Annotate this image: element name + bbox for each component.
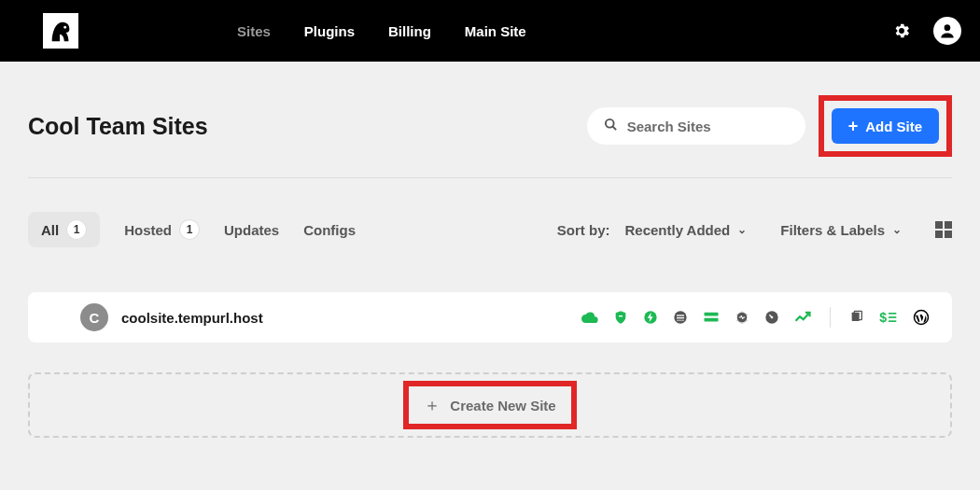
create-new-site-button[interactable]: ＋ Create New Site	[424, 394, 555, 416]
topbar: Sites Plugins Billing Main Site	[0, 0, 980, 62]
filters-dropdown[interactable]: Filters & Labels ⌄	[780, 222, 902, 238]
create-new-site-row[interactable]: ＋ Create New Site	[28, 372, 952, 438]
site-name[interactable]: coolsite.tempurl.host	[121, 310, 263, 326]
plus-icon: +	[848, 118, 859, 134]
stack-icon[interactable]	[673, 310, 688, 325]
main-nav: Sites Plugins Billing Main Site	[237, 23, 526, 39]
topbar-right	[892, 17, 961, 45]
tab-all-count: 1	[66, 219, 87, 240]
nav-main-site[interactable]: Main Site	[465, 23, 526, 39]
sort-dropdown-value: Recently Added	[624, 222, 730, 238]
svg-rect-17	[889, 313, 896, 315]
sort-by-label: Sort by:	[557, 222, 610, 238]
svg-rect-4	[619, 315, 623, 316]
header-row: Cool Team Sites + Add Site	[28, 95, 952, 157]
tab-all[interactable]: All 1	[28, 212, 100, 247]
server-icon[interactable]	[703, 311, 720, 324]
nav-plugins[interactable]: Plugins	[304, 23, 355, 39]
shield-icon[interactable]	[613, 310, 628, 325]
separator	[830, 307, 831, 328]
chevron-down-icon: ⌄	[892, 223, 902, 236]
add-site-label: Add Site	[865, 119, 922, 134]
svg-point-2	[606, 119, 614, 127]
svg-rect-19	[889, 320, 896, 322]
nav-billing[interactable]: Billing	[388, 23, 431, 39]
svg-point-1	[945, 24, 951, 31]
svg-rect-7	[677, 315, 684, 315]
svg-rect-11	[705, 318, 719, 322]
tab-updates-label: Updates	[224, 222, 279, 238]
tab-configs[interactable]: Configs	[303, 222, 356, 238]
site-icon-strip: $	[581, 307, 930, 328]
svg-rect-8	[677, 317, 684, 318]
sort-group: Sort by: Recently Added ⌄ Filters & Labe…	[557, 221, 952, 238]
search-input[interactable]	[627, 119, 789, 134]
bolt-icon[interactable]	[643, 310, 658, 325]
settings-icon[interactable]	[892, 21, 911, 40]
search-icon	[604, 118, 618, 135]
user-avatar-icon[interactable]	[933, 17, 961, 45]
cloud-icon[interactable]	[581, 311, 598, 324]
gauge-icon[interactable]	[764, 310, 779, 325]
tab-hosted-label: Hosted	[124, 222, 172, 238]
filters-row: All 1 Hosted 1 Updates Configs Sort by: …	[28, 212, 952, 247]
svg-point-0	[63, 26, 66, 29]
clone-icon[interactable]	[849, 310, 864, 325]
view-toggle-grid-icon[interactable]	[935, 221, 952, 238]
add-site-highlight: + Add Site	[819, 95, 952, 157]
tab-group: All 1 Hosted 1 Updates Configs	[28, 212, 356, 247]
filters-dropdown-value: Filters & Labels	[780, 222, 885, 238]
analytics-icon[interactable]	[794, 311, 811, 324]
dollar-icon: $	[879, 310, 887, 325]
svg-rect-18	[889, 316, 896, 318]
add-site-button[interactable]: + Add Site	[832, 108, 939, 144]
health-icon[interactable]	[735, 310, 749, 325]
svg-point-14	[771, 316, 774, 319]
wordpress-icon[interactable]	[913, 309, 930, 326]
brand-logo[interactable]	[43, 13, 78, 49]
create-new-label: Create New Site	[450, 398, 555, 413]
header-right: + Add Site	[587, 95, 952, 157]
pricing-icon[interactable]: $	[879, 310, 898, 325]
search-box[interactable]	[587, 107, 805, 145]
sort-dropdown[interactable]: Recently Added ⌄	[624, 222, 747, 238]
nav-sites[interactable]: Sites	[237, 23, 271, 39]
svg-line-3	[612, 126, 616, 130]
tab-all-label: All	[41, 222, 59, 238]
site-avatar: C	[80, 303, 108, 331]
svg-rect-9	[677, 320, 684, 321]
tab-hosted[interactable]: Hosted 1	[124, 219, 200, 240]
main-content: Cool Team Sites + Add Site All 1	[0, 62, 980, 438]
site-row[interactable]: C coolsite.tempurl.host $	[28, 292, 952, 343]
tab-hosted-count: 1	[179, 219, 200, 240]
svg-rect-10	[705, 313, 719, 316]
page-title: Cool Team Sites	[28, 113, 208, 140]
tab-configs-label: Configs	[303, 222, 356, 238]
divider	[28, 177, 952, 178]
tab-updates[interactable]: Updates	[224, 222, 279, 238]
plus-icon: ＋	[424, 394, 441, 416]
create-new-highlight: ＋ Create New Site	[403, 381, 576, 429]
chevron-down-icon: ⌄	[737, 223, 747, 236]
